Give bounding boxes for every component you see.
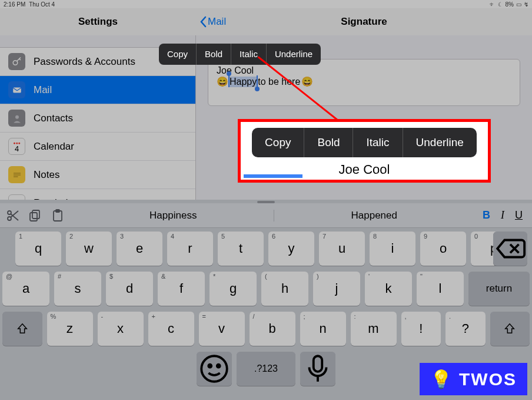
- svg-rect-9: [32, 210, 39, 219]
- page-title: Signature: [196, 8, 532, 35]
- key-exclaim[interactable]: ,!: [401, 312, 441, 346]
- dictation-key[interactable]: [300, 352, 335, 386]
- back-button[interactable]: Mail: [200, 8, 226, 35]
- key-i[interactable]: 8i: [370, 232, 415, 266]
- numbers-key-label: .?123: [254, 363, 278, 374]
- svg-point-14: [208, 365, 211, 368]
- svg-point-2: [15, 115, 19, 118]
- bold-toggle[interactable]: B: [483, 209, 490, 222]
- key-b[interactable]: /b: [250, 312, 295, 346]
- key-icon: [8, 53, 25, 70]
- ctx-bold-button[interactable]: Bold: [304, 128, 353, 157]
- sidebar-item-label: Contacts: [34, 113, 73, 124]
- backspace-key[interactable]: [493, 232, 527, 266]
- context-menu: Copy Bold Italic Underline: [159, 44, 321, 65]
- battery-percent: 8%: [506, 1, 514, 8]
- selection-handle-right[interactable]: [257, 75, 258, 87]
- calendar-icon: ●●●4: [8, 138, 25, 155]
- numbers-key[interactable]: .?123: [237, 352, 295, 386]
- twos-watermark: 💡 TWOS: [420, 363, 527, 395]
- sidebar-item-calendar[interactable]: ●●●4 Calendar: [0, 133, 195, 161]
- sidebar-item-label: Notes: [34, 169, 59, 181]
- emoji-key[interactable]: [197, 352, 232, 386]
- key-v[interactable]: =v: [199, 312, 245, 346]
- status-bar: 2:16 PM Thu Oct 4 ᯤ ☾ 8% ▭ ↯: [0, 0, 532, 8]
- key-u[interactable]: 7u: [319, 232, 365, 266]
- ctx-bold-button[interactable]: Bold: [197, 44, 231, 65]
- key-f[interactable]: &f: [158, 272, 205, 306]
- watermark-text: TWOS: [459, 369, 517, 389]
- nav-row: Settings Mail Signature: [0, 8, 532, 35]
- context-menu-enlarged: Copy Bold Italic Underline: [252, 128, 477, 157]
- suggestion-2[interactable]: Happened: [274, 210, 475, 222]
- key-k[interactable]: 'k: [365, 272, 412, 306]
- key-q[interactable]: 1q: [15, 232, 61, 266]
- suggestion-1[interactable]: Happiness: [73, 210, 274, 222]
- key-s[interactable]: #s: [54, 272, 101, 306]
- svg-rect-10: [30, 213, 37, 221]
- contacts-icon: [8, 110, 25, 127]
- scissors-icon[interactable]: [6, 209, 20, 223]
- key-n[interactable]: ;n: [300, 312, 346, 346]
- key-d[interactable]: $d: [106, 272, 153, 306]
- italic-toggle[interactable]: I: [501, 209, 504, 222]
- svg-rect-16: [314, 356, 322, 372]
- keyboard-row-3: %z-x+c=v/b;n:m ,! .?: [2, 312, 530, 346]
- ctx-underline-button[interactable]: Underline: [403, 128, 477, 157]
- key-a[interactable]: @a: [2, 272, 49, 306]
- selected-text[interactable]: Happy: [230, 77, 257, 87]
- backspace-icon: [493, 232, 527, 266]
- status-time: 2:16 PM: [4, 1, 25, 8]
- ctx-italic-button[interactable]: Italic: [231, 44, 267, 65]
- copy-icon[interactable]: [28, 209, 42, 223]
- return-key[interactable]: return: [468, 272, 530, 306]
- key-h[interactable]: (h: [261, 272, 308, 306]
- key-j[interactable]: )j: [313, 272, 360, 306]
- sidebar-item-notes[interactable]: Notes: [0, 161, 195, 189]
- key-e[interactable]: 3e: [117, 232, 162, 266]
- signature-rest: to be here: [258, 77, 300, 87]
- status-date: Thu Oct 4: [29, 1, 55, 8]
- ctx-italic-button[interactable]: Italic: [353, 128, 403, 157]
- ctx-copy-button[interactable]: Copy: [252, 128, 304, 157]
- format-biu: B I U: [483, 209, 526, 222]
- key-r[interactable]: 4r: [167, 232, 213, 266]
- key-m[interactable]: :m: [351, 312, 397, 346]
- sidebar-item-label: Passwords & Accounts: [34, 56, 135, 68]
- sidebar-item-label: Calendar: [34, 141, 74, 153]
- lightbulb-icon: 💡: [430, 369, 453, 389]
- key-question[interactable]: .?: [445, 312, 486, 346]
- sidebar-item-contacts[interactable]: Contacts: [0, 104, 195, 133]
- key-c[interactable]: +c: [148, 312, 194, 346]
- callout-highlight: [244, 174, 302, 178]
- moon-icon: ☾: [498, 1, 503, 8]
- ctx-underline-button[interactable]: Underline: [267, 44, 321, 65]
- paste-icon[interactable]: [51, 209, 65, 223]
- key-x[interactable]: -x: [98, 312, 144, 346]
- key-z[interactable]: %z: [47, 312, 93, 346]
- sidebar-item-mail[interactable]: Mail: [0, 76, 195, 104]
- key-t[interactable]: 5t: [218, 232, 264, 266]
- ctx-copy-button[interactable]: Copy: [159, 44, 197, 65]
- selection-handle-left[interactable]: [228, 75, 230, 87]
- svg-point-13: [201, 356, 227, 382]
- keyboard-suggestions: Happiness Happened: [73, 210, 474, 222]
- key-y[interactable]: 6y: [268, 232, 314, 266]
- shift-key[interactable]: [2, 312, 42, 346]
- charging-icon: ↯: [524, 1, 528, 8]
- mail-icon: [8, 81, 25, 98]
- settings-title: Settings: [0, 8, 196, 35]
- key-w[interactable]: 2w: [66, 232, 112, 266]
- selected-text-value: Happy: [230, 77, 257, 87]
- annotation-callout: Copy Bold Italic Underline Joe Cool: [238, 119, 491, 183]
- signature-line-1: Joe Cool: [217, 65, 511, 76]
- emoji-grin-icon: 😄: [217, 76, 228, 87]
- key-o[interactable]: 9o: [420, 232, 466, 266]
- shift-key[interactable]: [490, 312, 530, 346]
- keyboard-row-2: @a#s$d&f*g(h)j'k"l return: [2, 272, 530, 306]
- signature-line-2: 😄 Happy to be here 😄: [217, 76, 511, 87]
- underline-toggle[interactable]: U: [515, 209, 523, 222]
- key-l[interactable]: "l: [417, 272, 464, 306]
- key-g[interactable]: *g: [210, 272, 257, 306]
- sidebar-item-label: Mail: [34, 84, 52, 96]
